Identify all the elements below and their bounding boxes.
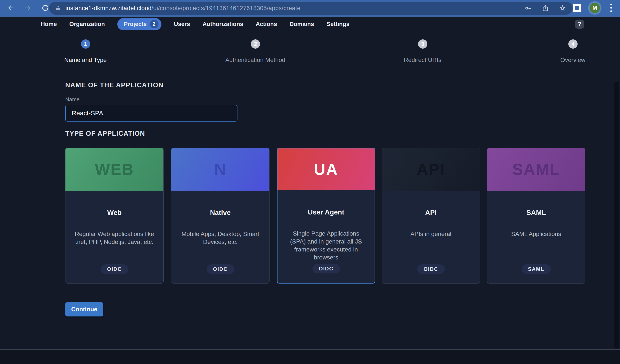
back-button[interactable] xyxy=(6,4,15,12)
reload-button[interactable] xyxy=(41,4,49,12)
projects-count-badge: 2 xyxy=(150,20,158,28)
app-type-card-web[interactable]: WEB Web Regular Web applications like .n… xyxy=(65,148,164,284)
url-path: /ui/console/projects/194136146127618305/… xyxy=(152,5,301,11)
help-button[interactable]: ? xyxy=(575,20,584,29)
nav-item-users[interactable]: Users xyxy=(174,21,190,28)
forward-button[interactable] xyxy=(24,4,32,12)
step-connector xyxy=(431,44,565,44)
key-icon[interactable] xyxy=(525,4,532,12)
card-title: Native xyxy=(210,209,231,217)
step-connector xyxy=(94,44,247,44)
card-title: Web xyxy=(107,209,122,217)
card-description: Single Page Applications (SPA) and in ge… xyxy=(285,229,367,261)
step-1-circle[interactable]: 1 xyxy=(81,39,90,49)
card-header-web: WEB xyxy=(65,148,163,191)
name-input[interactable] xyxy=(65,105,237,121)
url-bar[interactable]: instance1-dkmnzw.zitadel.cloud/ui/consol… xyxy=(49,2,573,15)
card-protocol-badge: OIDC xyxy=(417,264,445,274)
share-icon[interactable] xyxy=(542,4,549,12)
avatar-letter: M xyxy=(592,4,597,11)
card-header-saml: SAML xyxy=(487,148,585,191)
reload-icon xyxy=(41,4,49,12)
profile-avatar[interactable]: M xyxy=(590,3,600,13)
app-type-card-user-agent[interactable]: UA User Agent Single Page Applications (… xyxy=(277,148,375,284)
nav-item-organization[interactable]: Organization xyxy=(69,21,105,28)
nav-item-actions[interactable]: Actions xyxy=(256,21,277,28)
app-type-card-api[interactable]: API API APIs in general OIDC xyxy=(382,148,480,284)
card-protocol-badge: OIDC xyxy=(101,264,128,274)
nav-item-authorizations[interactable]: Authorizations xyxy=(202,21,243,28)
scrollbar-thumb[interactable] xyxy=(614,82,619,349)
continue-button[interactable]: Continue xyxy=(65,302,103,317)
card-description: APIs in general xyxy=(411,230,451,238)
card-header-native: N xyxy=(171,148,269,191)
card-title: API xyxy=(425,209,436,217)
lock-icon[interactable] xyxy=(55,5,61,11)
card-protocol-badge: SAML xyxy=(522,264,551,274)
step-4-label[interactable]: Overview xyxy=(560,57,586,63)
card-protocol-badge: OIDC xyxy=(312,264,340,273)
card-header-api: API xyxy=(382,148,480,191)
nav-item-projects[interactable]: Projects 2 xyxy=(117,18,161,30)
card-title: User Agent xyxy=(308,208,344,216)
card-description: Regular Web applications like .net, PHP,… xyxy=(73,230,156,246)
app-type-card-saml[interactable]: SAML SAML SAML Applications SAML xyxy=(487,148,585,284)
nav-item-settings[interactable]: Settings xyxy=(326,21,350,28)
bookmark-star-icon[interactable] xyxy=(559,4,566,12)
url-host: instance1-dkmnzw.zitadel.cloud xyxy=(65,5,152,11)
back-arrow-icon xyxy=(7,4,15,12)
card-title: SAML xyxy=(526,209,546,217)
console-navbar: Home Organization Projects 2 Users Autho… xyxy=(0,16,620,32)
card-description: Mobile Apps, Desktop, Smart Devices, etc… xyxy=(179,230,262,246)
step-2-circle[interactable]: 2 xyxy=(251,39,260,49)
side-panel-icon[interactable] xyxy=(573,4,581,12)
card-header-user-agent: UA xyxy=(278,149,374,190)
overflow-menu-icon[interactable] xyxy=(609,4,614,12)
card-protocol-badge: OIDC xyxy=(207,264,234,274)
section-title-type: TYPE OF APPLICATION xyxy=(65,130,145,137)
footer-strip xyxy=(0,349,620,364)
nav-item-domains[interactable]: Domains xyxy=(290,21,314,28)
url-text: instance1-dkmnzw.zitadel.cloud/ui/consol… xyxy=(65,5,301,12)
nav-item-home[interactable]: Home xyxy=(41,21,57,28)
step-3-label[interactable]: Redirect URIs xyxy=(404,57,441,63)
step-2-label[interactable]: Authentication Method xyxy=(225,57,285,63)
app-type-card-native[interactable]: N Native Mobile Apps, Desktop, Smart Dev… xyxy=(171,148,270,284)
section-title-name: NAME OF THE APPLICATION xyxy=(65,81,163,89)
step-3-circle[interactable]: 3 xyxy=(418,39,427,49)
name-field-label: Name xyxy=(65,96,80,103)
step-connector xyxy=(264,44,414,44)
forward-arrow-icon xyxy=(24,4,32,12)
browser-toolbar: instance1-dkmnzw.zitadel.cloud/ui/consol… xyxy=(0,0,620,16)
step-4-circle[interactable]: 4 xyxy=(568,39,578,49)
step-1-label[interactable]: Name and Type xyxy=(64,57,107,63)
card-description: SAML Applications xyxy=(511,230,561,238)
